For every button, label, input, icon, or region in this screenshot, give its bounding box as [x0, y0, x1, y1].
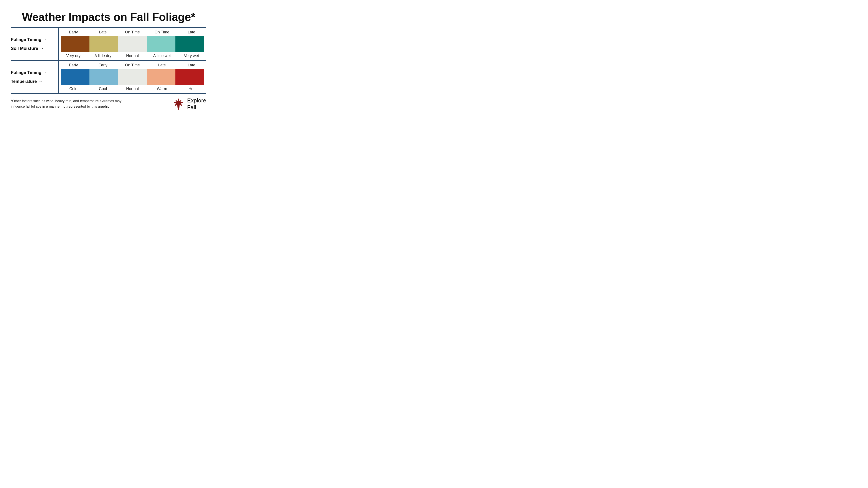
- temperature-top-label-2: Early: [88, 63, 118, 67]
- temperature-bottom-label-4: Warm: [147, 87, 177, 91]
- moisture-top-labels: Early Late On Time On Time Late: [59, 30, 206, 34]
- temperature-segment-4: [147, 69, 176, 85]
- moisture-bottom-label-5: Very wet: [177, 54, 206, 58]
- moisture-soil-label: Soil Moisture →: [11, 46, 58, 51]
- moisture-bottom-label-2: A little dry: [88, 54, 118, 58]
- maple-leaf-icon: [172, 97, 185, 110]
- moisture-soil-arrow: →: [39, 46, 44, 51]
- moisture-bottom-label-3: Normal: [118, 54, 147, 58]
- temperature-secondary-arrow: →: [38, 79, 42, 84]
- moisture-bottom-labels: Very dry A little dry Normal A little we…: [59, 54, 206, 58]
- temperature-bottom-label-1: Cold: [59, 87, 88, 91]
- page-title: Weather Impacts on Fall Foliage*: [11, 10, 206, 24]
- temperature-top-label-3: On Time: [118, 63, 147, 67]
- moisture-segment-4: [147, 36, 176, 52]
- moisture-segment-1: [61, 36, 89, 52]
- temperature-label: Temperature →: [11, 79, 58, 84]
- moisture-foliage-timing-label: Foliage Timing →: [11, 37, 58, 42]
- footnote-area: *Other factors such as wind, heavy rain,…: [11, 94, 206, 111]
- temperature-label-col: Foliage Timing → Temperature →: [11, 61, 59, 93]
- temperature-data-col: Early Early On Time Late Late Cold Cool …: [59, 61, 206, 93]
- moisture-top-label-3: On Time: [118, 30, 147, 34]
- svg-rect-0: [178, 107, 179, 110]
- footnote-text: *Other factors such as wind, heavy rain,…: [11, 99, 122, 109]
- moisture-top-label-5: Late: [177, 30, 206, 34]
- moisture-bottom-label-1: Very dry: [59, 54, 88, 58]
- temperature-color-bar: [61, 69, 204, 85]
- page-container: Weather Impacts on Fall Foliage* Foliage…: [4, 6, 213, 116]
- moisture-segment-5: [176, 36, 204, 52]
- temperature-bottom-label-2: Cool: [88, 87, 118, 91]
- moisture-data-col: Early Late On Time On Time Late Very dry…: [59, 28, 206, 60]
- temperature-top-label-4: Late: [147, 63, 177, 67]
- temperature-segment-2: [89, 69, 118, 85]
- moisture-section: Foliage Timing → Soil Moisture → Early L…: [11, 28, 206, 61]
- temperature-segment-1: [61, 69, 89, 85]
- brand-text: ExploreFall: [187, 97, 206, 111]
- temperature-segment-5: [176, 69, 204, 85]
- temperature-segment-3: [118, 69, 147, 85]
- temperature-bottom-label-3: Normal: [118, 87, 147, 91]
- moisture-segment-3: [118, 36, 147, 52]
- moisture-arrow: →: [43, 37, 47, 42]
- moisture-label-col: Foliage Timing → Soil Moisture →: [11, 28, 59, 60]
- temperature-foliage-timing-label: Foliage Timing →: [11, 70, 58, 75]
- temperature-top-label-5: Late: [177, 63, 206, 67]
- temperature-top-label-1: Early: [59, 63, 88, 67]
- brand-area: ExploreFall: [172, 97, 206, 111]
- moisture-color-bar: [61, 36, 204, 52]
- temperature-arrow: →: [43, 70, 47, 75]
- moisture-top-label-4: On Time: [147, 30, 177, 34]
- moisture-segment-2: [89, 36, 118, 52]
- temperature-top-labels: Early Early On Time Late Late: [59, 63, 206, 67]
- temperature-bottom-labels: Cold Cool Normal Warm Hot: [59, 87, 206, 91]
- temperature-section: Foliage Timing → Temperature → Early Ear…: [11, 61, 206, 94]
- moisture-top-label-2: Late: [88, 30, 118, 34]
- moisture-bottom-label-4: A little wet: [147, 54, 177, 58]
- moisture-top-label-1: Early: [59, 30, 88, 34]
- temperature-bottom-label-5: Hot: [177, 87, 206, 91]
